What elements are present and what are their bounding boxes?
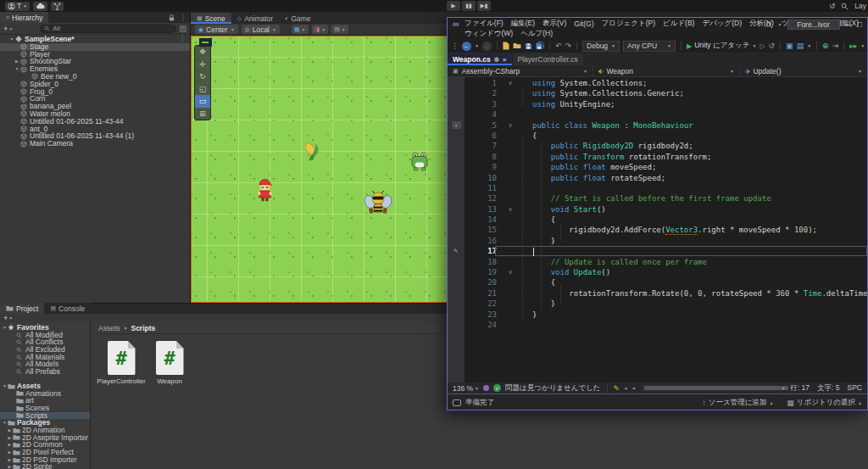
hierarchy-item[interactable]: Corn [0, 95, 190, 103]
fold-chevron[interactable]: ∨ [504, 204, 517, 215]
save-all-button[interactable] [536, 42, 544, 50]
expand-arrow[interactable]: ▶ [14, 58, 20, 65]
step-button[interactable]: ▶▮ [477, 1, 491, 11]
expand-arrow[interactable]: ▶ [7, 456, 13, 464]
expand-arrow[interactable]: ▼ [8, 36, 15, 43]
add-gameobject-button[interactable]: +▼ [3, 25, 13, 33]
hierarchy-item[interactable]: Main Camera [0, 140, 190, 148]
breakpoint-margin[interactable] [448, 141, 465, 151]
hierarchy-item[interactable]: ▶ShootingStar [0, 58, 190, 65]
hierarchy-scene-root[interactable]: ▼SampleScene*⋮ [0, 36, 190, 43]
code-editor[interactable]: 1∨using System.Collections;2using System… [448, 77, 867, 382]
add-asset-button[interactable]: +▼ [3, 314, 13, 322]
menu-item[interactable]: Git(G) [574, 20, 593, 28]
redo-button[interactable]: ↷ [565, 42, 572, 50]
tab-weapon-cs[interactable]: Weapon.cs ◉ × [448, 53, 512, 65]
corn-sprite[interactable] [302, 139, 324, 163]
close-icon[interactable]: × [503, 56, 507, 64]
pin-icon[interactable]: ◉ [494, 56, 499, 63]
breakpoint-margin[interactable]: ✎ [448, 246, 465, 256]
tab-console[interactable]: ▤ Console [44, 303, 91, 314]
lock-icon[interactable] [169, 14, 175, 21]
player-sprite[interactable] [257, 178, 273, 204]
chevron-down-icon[interactable]: ▼ [778, 22, 782, 27]
layers-dropdown[interactable]: Lay [854, 2, 866, 10]
zoom-dropdown[interactable]: 136 % ▼ [453, 384, 479, 393]
breakpoint-margin[interactable] [448, 257, 465, 267]
undo-history-icon[interactable]: ↺ [829, 2, 835, 10]
horizontal-scrollbar[interactable] [643, 385, 776, 391]
code-line[interactable]: 18 // Update is called once per frame [448, 257, 867, 267]
expand-arrow[interactable]: ▶ [7, 463, 13, 469]
fold-chevron[interactable]: ∨ [504, 120, 517, 131]
hierarchy-item[interactable]: Spider_0 [0, 81, 190, 88]
code-line[interactable]: 19∨ void Update() [448, 267, 867, 277]
breakpoint-margin[interactable] [448, 152, 465, 162]
feedback-icon[interactable] [453, 399, 461, 406]
hierarchy-item[interactable]: Untitled 01-06-2025 11-43-44 (1) [0, 132, 190, 140]
fold-chevron[interactable]: ∨ [504, 78, 517, 88]
project-dropdown[interactable]: ▣ Assembly-CSharp ▼ [448, 65, 593, 76]
breakpoint-margin[interactable] [448, 277, 465, 288]
search-icon[interactable] [765, 21, 773, 29]
hot-reload-button[interactable]: ↺ [769, 42, 776, 50]
move-tool[interactable]: ✛ [195, 59, 210, 71]
vs-titlebar[interactable]: ∞ ファイル(F)編集(E)表示(V)Git(G)プロジェクト(P)ビルド(B)… [448, 18, 867, 39]
minimize-button[interactable]: — [845, 20, 853, 29]
breakpoint-margin[interactable] [448, 99, 465, 109]
measure-button[interactable]: ▤▼ [331, 25, 348, 34]
breakpoint-margin[interactable] [448, 320, 465, 330]
rect-tool[interactable]: ▭ [195, 95, 210, 108]
breakpoint-margin[interactable] [448, 78, 465, 88]
grid-snapping-button[interactable]: ▦▼ [292, 25, 309, 34]
expand-arrow[interactable]: ▼ [2, 419, 8, 427]
transform-tool[interactable]: ⊞ [195, 108, 210, 120]
maximize-button[interactable]: □ [858, 20, 862, 29]
code-line[interactable]: 13∨ void Start() [448, 204, 867, 215]
menu-item[interactable]: ファイル(F) [465, 19, 504, 29]
breakpoint-margin[interactable] [448, 310, 465, 320]
find-in-files-icon[interactable]: ▣ [786, 42, 793, 50]
breakpoint-margin[interactable] [448, 183, 465, 193]
add-source-control-button[interactable]: ↑ ソース管理に追加 ▲ [702, 398, 773, 408]
code-line[interactable]: 1∨using System.Collections; [448, 78, 867, 88]
hierarchy-item[interactable]: Untitled 01-06-2025 11-43-44 [0, 118, 190, 126]
panel-menu-icon[interactable]: ⋮ [180, 14, 186, 21]
hierarchy-search-input[interactable] [53, 25, 172, 32]
code-line[interactable]: 9 public float moveSpeed; [448, 162, 867, 172]
breakpoint-margin[interactable] [448, 173, 465, 183]
rotate-tool[interactable]: ↻ [195, 70, 210, 83]
code-line[interactable]: 12 // Start is called before the first f… [448, 193, 867, 204]
code-line[interactable]: ✎17 [448, 246, 867, 256]
breakpoint-margin[interactable] [448, 267, 465, 277]
unity-version-control-button[interactable] [51, 2, 64, 11]
member-dropdown[interactable]: ⬗ Update() ▼ [740, 65, 867, 76]
expand-arrow[interactable]: ▶ [7, 449, 13, 456]
filter-icon[interactable] [180, 25, 186, 32]
menu-item[interactable]: デバッグ(D) [702, 19, 742, 29]
play-button[interactable]: ▶ [447, 1, 460, 11]
code-line[interactable]: 3using UnityEngine; [448, 99, 867, 109]
step-icons[interactable]: ⇥ [832, 42, 839, 50]
code-line[interactable]: 23} [448, 310, 867, 320]
watch-icon[interactable]: ⊕ [822, 42, 829, 50]
unity-account-button[interactable]: T ▼ [5, 2, 30, 11]
code-line[interactable]: 14 { [448, 215, 867, 225]
frog-sprite[interactable] [409, 152, 430, 173]
breakpoint-margin[interactable] [448, 109, 465, 120]
tree-package-folder[interactable]: ▶2D Sprite [0, 463, 90, 469]
breadcrumb-assets[interactable]: Assets [98, 324, 120, 332]
hierarchy-search[interactable] [40, 25, 176, 33]
start-without-debugging-button[interactable]: ▷ [760, 42, 765, 50]
menu-item[interactable]: ビルド(B) [663, 19, 694, 29]
tree-favorite-item[interactable]: All Prefabs [0, 368, 90, 376]
chevron-down-icon[interactable]: ▼ [807, 43, 811, 48]
menu-item[interactable]: ヘルプ(H) [520, 29, 553, 39]
breakpoint-margin[interactable] [448, 193, 465, 204]
code-line[interactable]: 20 { [448, 277, 867, 288]
select-repository-button[interactable]: ▦ リポジトリの選択 ▲ [787, 398, 862, 408]
scrollbar-thumb[interactable] [644, 386, 788, 390]
expand-arrow[interactable]: ▶ [7, 441, 13, 449]
scale-tool[interactable]: ◱ [195, 83, 210, 96]
code-line[interactable]: 22 } [448, 299, 867, 309]
